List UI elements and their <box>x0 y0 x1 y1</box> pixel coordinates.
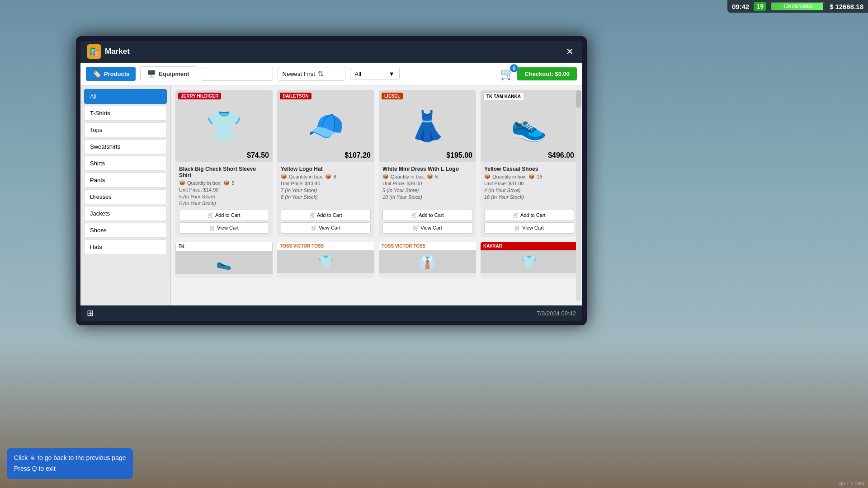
product-image-area: LIESEL 👗 $195.00 <box>379 90 476 162</box>
view-cart-button[interactable]: 🛒 View Cart <box>179 222 269 234</box>
window-title: Market <box>105 47 130 56</box>
product-store-info: 4 (In Your Store) <box>484 188 574 193</box>
search-input[interactable] <box>206 70 282 77</box>
bottom-bar: ⊞ 7/3/2024 09:42 <box>80 305 582 321</box>
product-name: Black Big Check Short Sleeve Shirt <box>179 166 269 178</box>
product-image-area: JERRY HILDIGER 👕 $74.50 <box>175 90 273 162</box>
product-stock-info: 10 (In Your Stock) <box>382 194 472 200</box>
toolbar: 🏷️ Products 🖥️ Equipment 🔍 Newest First … <box>80 63 582 85</box>
product-buttons: 🛒 Add to Cart 🛒 View Cart <box>481 210 578 237</box>
product-image-area: DAILETSON 🧢 $107.20 <box>277 90 374 162</box>
product-price: $74.50 <box>247 151 269 160</box>
main-layout: AllT-ShirtsTopsSweatshirtsShirtsPantsDre… <box>80 85 582 305</box>
sidebar-item-sweatshirts[interactable]: Sweatshirts <box>84 139 167 154</box>
product-qty: 📦Quantity in box: 📦5 <box>179 180 269 186</box>
sidebar: AllT-ShirtsTopsSweatshirtsShirtsPantsDre… <box>80 85 171 305</box>
version-text: v[0.1.2.096] <box>839 481 865 486</box>
title-bar-left: 🛍️ Market <box>87 44 130 59</box>
view-cart-button[interactable]: 🛒 View Cart <box>484 222 574 234</box>
grid-icon: ⊞ <box>87 308 94 318</box>
box-icon: 📦 <box>281 174 287 179</box>
sidebar-item-dresses[interactable]: Dresses <box>84 189 167 204</box>
filter-chevron-icon: ▼ <box>389 70 395 77</box>
add-to-cart-button[interactable]: 🛒 Add to Cart <box>179 210 269 221</box>
product-info: Yellow Casual Shoes 📦Quantity in box: 📦1… <box>481 162 578 210</box>
instruction-line1: Click 🖱 to go back to the previous page <box>14 453 126 464</box>
product-price: $195.00 <box>446 151 472 160</box>
products-grid-row2: TK 🥿 TOSS VICTOR TOSS 👕 TOSS VICTOR TOSS… <box>175 242 578 278</box>
scrollbar-thumb[interactable] <box>576 90 581 108</box>
instruction-line2: Press Q to exit <box>14 464 126 474</box>
market-icon: 🛍️ <box>87 44 101 59</box>
partial-image: 👕 <box>277 250 374 273</box>
product-card-partial: TOSS VICTOR TOSS 👔 <box>379 242 476 278</box>
product-unit-price: Unit Price: $39.00 <box>382 181 472 186</box>
sort-label: Newest First <box>283 70 315 77</box>
sort-dropdown[interactable]: Newest First ⇅ <box>278 67 345 81</box>
sidebar-item-all[interactable]: All <box>84 89 167 104</box>
product-stock-info: 8 (In Your Stock) <box>281 194 371 200</box>
product-buttons: 🛒 Add to Cart 🛒 View Cart <box>175 210 273 237</box>
product-store-info: 7 (In Your Store) <box>281 188 371 193</box>
sidebar-item-tops[interactable]: Tops <box>84 122 167 137</box>
product-card-partial: TK 🥿 <box>175 242 273 278</box>
add-to-cart-button[interactable]: 🛒 Add to Cart <box>484 210 574 221</box>
market-window: 🛍️ Market ✕ 🏷️ Products 🖥️ Equipment � <box>80 41 582 321</box>
product-price: $107.20 <box>344 151 371 160</box>
product-unit-price: Unit Price: $14.90 <box>179 187 269 192</box>
hud-bar: 09:42 19 13439/13800 $ 12668.18 <box>727 0 868 13</box>
qty-icon: 📦 <box>528 174 535 179</box>
cart-icon-area: 🛒 0 <box>500 67 514 81</box>
checkout-button[interactable]: Checkout: $0.00 <box>517 67 577 80</box>
brand-badge: LIESEL <box>382 93 403 99</box>
product-unit-price: Unit Price: $13.40 <box>281 181 371 186</box>
sidebar-item-shoes[interactable]: Shoes <box>84 223 167 238</box>
hud-xp-bar: 13439/13800 <box>771 2 825 10</box>
monitor-bezel: 🛍️ Market ✕ 🏷️ Products 🖥️ Equipment � <box>76 36 587 325</box>
product-buttons: 🛒 Add to Cart 🛒 View Cart <box>277 210 374 237</box>
products-tab-icon: 🏷️ <box>92 70 101 78</box>
qty-icon: 📦 <box>427 174 433 179</box>
partial-image: 🥿 <box>175 251 273 274</box>
product-store-info: 5 (In Your Store) <box>382 188 472 193</box>
qty-icon: 📦 <box>325 174 331 179</box>
hud-xp-text: 13439/13800 <box>771 3 825 10</box>
sidebar-item-tshirts[interactable]: T-Shirts <box>84 106 167 121</box>
sidebar-item-pants[interactable]: Pants <box>84 173 167 188</box>
view-cart-button[interactable]: 🛒 View Cart <box>281 222 371 234</box>
checkout-area: 🛒 0 Checkout: $0.00 <box>500 67 577 81</box>
scrollbar-track[interactable] <box>576 90 581 301</box>
partial-image: 👔 <box>379 250 476 273</box>
sidebar-item-hats[interactable]: Hats <box>84 239 167 254</box>
add-to-cart-button[interactable]: 🛒 Add to Cart <box>382 210 472 221</box>
sidebar-item-shirts[interactable]: Shirts <box>84 156 167 171</box>
product-image-area: TK TAM KANKA 👟 $496.00 <box>481 90 578 162</box>
sort-arrow-icon: ⇅ <box>318 70 324 78</box>
box-icon: 📦 <box>382 174 389 179</box>
search-box[interactable]: 🔍 <box>201 67 273 81</box>
hud-level: 19 <box>754 2 766 11</box>
filter-dropdown[interactable]: All ▼ <box>350 68 400 80</box>
box-icon: 📦 <box>484 174 491 179</box>
qty-icon: 📦 <box>223 180 230 186</box>
product-name: Yellow Casual Shoes <box>484 166 574 172</box>
hud-time: 09:42 <box>732 3 749 10</box>
product-info: White Mini Dress With L Logo 📦Quantity i… <box>379 162 476 210</box>
sidebar-item-jackets[interactable]: Jackets <box>84 206 167 221</box>
product-info: Yellow Logo Hat 📦Quantity in box: 📦8 Uni… <box>277 162 374 210</box>
brand-badge: TK TAM KANKA <box>483 93 524 100</box>
add-to-cart-button[interactable]: 🛒 Add to Cart <box>281 210 371 221</box>
product-qty: 📦Quantity in box: 📦8 <box>281 174 371 179</box>
brand-badge: JERRY HILDIGER <box>178 93 221 99</box>
product-unit-price: Unit Price: $31.00 <box>484 181 574 186</box>
partial-brand: TK <box>175 242 273 251</box>
instruction-tooltip: Click 🖱 to go back to the previous page … <box>7 448 133 479</box>
products-tab[interactable]: 🏷️ Products <box>86 67 136 81</box>
partial-brand: TOSS VICTOR TOSS <box>379 242 476 250</box>
equipment-tab[interactable]: 🖥️ Equipment <box>140 66 196 81</box>
product-qty: 📦Quantity in box: 📦5 <box>382 174 472 179</box>
view-cart-button[interactable]: 🛒 View Cart <box>382 222 472 234</box>
close-button[interactable]: ✕ <box>563 45 576 58</box>
product-price: $496.00 <box>548 151 574 160</box>
product-card-partial: KAVRAR 👕 <box>481 242 578 278</box>
